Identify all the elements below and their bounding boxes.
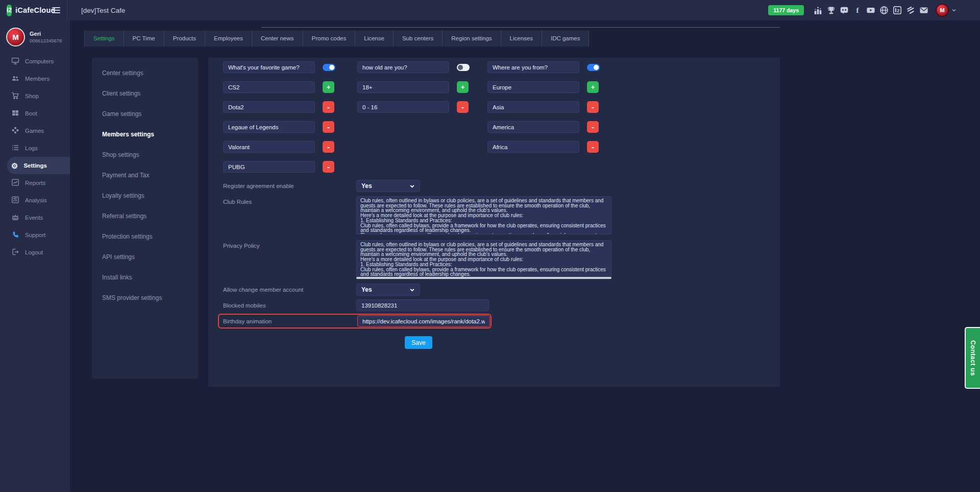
region-option-input[interactable] xyxy=(487,141,579,153)
privacy-policy-textarea[interactable] xyxy=(356,240,611,278)
trophy-icon[interactable] xyxy=(826,6,836,15)
favorite-game-question-input[interactable] xyxy=(223,61,315,73)
remove-option-button[interactable]: - xyxy=(457,101,469,113)
cart-icon xyxy=(11,91,19,101)
age-option-input[interactable] xyxy=(357,101,449,113)
sidebar-item-computers[interactable]: Computers xyxy=(0,53,70,70)
favorite-game-option-input[interactable] xyxy=(223,141,315,153)
subnav-protection-settings[interactable]: Protection settings xyxy=(92,226,198,247)
ranking-icon[interactable] xyxy=(813,6,822,15)
favorite-game-toggle[interactable] xyxy=(323,64,335,71)
youtube-icon[interactable] xyxy=(866,6,875,15)
age-toggle[interactable] xyxy=(457,64,470,71)
sidebar: M Geri 008612345678 Computers Members Sh… xyxy=(0,20,70,492)
region-question-input[interactable] xyxy=(487,61,579,73)
tab-employees[interactable]: Employees xyxy=(205,31,252,46)
subnav-payment-and-tax[interactable]: Payment and Tax xyxy=(92,165,198,185)
sidebar-item-reports[interactable]: Reports xyxy=(0,174,70,192)
sidebar-nav: Computers Members Shop Boot Games Logs ⚙… xyxy=(0,53,70,261)
sidebar-item-shop[interactable]: Shop xyxy=(0,87,70,105)
age-question-input[interactable] xyxy=(357,61,449,73)
icafecloud-icon[interactable]: 2 xyxy=(893,6,902,15)
register-agreement-label: Register agreement enable xyxy=(223,183,294,189)
mail-icon[interactable] xyxy=(919,6,928,15)
birthday-animation-label: Birthday animation xyxy=(223,318,272,324)
club-rules-textarea[interactable] xyxy=(356,196,611,235)
tab-promo-codes[interactable]: Promo codes xyxy=(303,31,355,46)
chevron-down-icon[interactable] xyxy=(951,8,957,13)
favorite-game-option-input[interactable] xyxy=(223,161,315,173)
sidebar-item-games[interactable]: Games xyxy=(0,122,70,139)
subnav-client-settings[interactable]: Client settings xyxy=(92,83,198,104)
remove-option-button[interactable]: - xyxy=(323,121,334,133)
app-logo[interactable]: i2 iCafeCloud xyxy=(0,5,49,16)
facebook-icon[interactable]: f xyxy=(853,6,862,15)
crown-icon xyxy=(11,213,19,222)
subnav-sms-provider-settings[interactable]: SMS provider settings xyxy=(92,288,198,308)
sidebar-item-logout[interactable]: Logout xyxy=(0,244,70,261)
license-days-badge[interactable]: 1177 days xyxy=(768,5,804,15)
sidebar-item-events[interactable]: Events xyxy=(0,209,70,226)
tab-idc-games[interactable]: IDC games xyxy=(542,31,590,46)
discord-icon[interactable] xyxy=(840,6,849,15)
subnav-api-settings[interactable]: API settings xyxy=(92,247,198,267)
subnav-referral-settings[interactable]: Referral settings xyxy=(92,206,198,226)
subnav-install-links[interactable]: Install links xyxy=(92,267,198,288)
sidebar-item-boot[interactable]: Boot xyxy=(0,105,70,122)
subnav-game-settings[interactable]: Game settings xyxy=(92,104,198,124)
subnav-members-settings[interactable]: Members settings xyxy=(92,124,198,145)
list-icon xyxy=(11,144,19,153)
add-option-button[interactable]: + xyxy=(323,81,334,93)
settings-subnav: Center settings Client settings Game set… xyxy=(92,58,198,379)
tab-products[interactable]: Products xyxy=(164,31,205,46)
remove-option-button[interactable]: - xyxy=(323,141,334,153)
tab-region-settings[interactable]: Region settings xyxy=(442,31,500,46)
region-option-input[interactable] xyxy=(487,121,579,133)
tab-sub-centers[interactable]: Sub centers xyxy=(393,31,442,46)
region-option-input[interactable] xyxy=(487,81,579,93)
favorite-game-option-input[interactable] xyxy=(223,101,315,113)
contact-us-tab[interactable]: Contact us xyxy=(965,327,980,389)
subnav-loyalty-settings[interactable]: Loyalty settings xyxy=(92,185,198,206)
remove-option-button[interactable]: - xyxy=(587,101,599,113)
age-option-input[interactable] xyxy=(357,81,449,93)
tab-center-news[interactable]: Center news xyxy=(252,31,303,46)
user-avatar[interactable]: M xyxy=(936,4,949,17)
brand-icon[interactable] xyxy=(906,6,915,15)
hamburger-menu-icon[interactable] xyxy=(50,5,62,15)
favorite-game-option-input[interactable] xyxy=(223,121,315,133)
favorite-game-option-input[interactable] xyxy=(223,81,315,93)
sidebar-item-members[interactable]: Members xyxy=(0,70,70,87)
allow-change-member-account-select[interactable]: Yes xyxy=(356,284,420,296)
add-option-button[interactable]: + xyxy=(587,81,599,93)
sidebar-item-settings[interactable]: ⚙ Settings xyxy=(7,157,70,174)
globe-icon[interactable] xyxy=(879,6,889,15)
remove-option-button[interactable]: - xyxy=(587,141,599,153)
register-agreement-select[interactable]: Yes xyxy=(356,180,420,192)
app-logo-text: iCafeCloud xyxy=(15,6,56,14)
tab-pc-time[interactable]: PC Time xyxy=(124,31,164,46)
blocked-mobiles-input[interactable] xyxy=(356,299,489,311)
privacy-policy-scrollbar[interactable] xyxy=(356,277,611,279)
save-button[interactable]: Save xyxy=(405,336,432,349)
subnav-shop-settings[interactable]: Shop settings xyxy=(92,145,198,165)
tab-license[interactable]: License xyxy=(355,31,393,46)
region-option-input[interactable] xyxy=(487,101,579,113)
subnav-center-settings[interactable]: Center settings xyxy=(92,63,198,83)
top-header: i2 iCafeCloud [dev]Test Cafe 1177 days f xyxy=(0,0,980,20)
tab-licenses[interactable]: Licenses xyxy=(501,31,542,46)
sidebar-item-logs[interactable]: Logs xyxy=(0,139,70,157)
sidebar-item-analysis[interactable]: Analysis xyxy=(0,192,70,209)
club-rules-label: Club Rules xyxy=(223,199,252,205)
region-toggle[interactable] xyxy=(587,64,600,71)
sidebar-item-support[interactable]: Support xyxy=(0,226,70,244)
logout-icon xyxy=(11,248,19,257)
birthday-animation-input[interactable] xyxy=(357,315,490,327)
add-option-button[interactable]: + xyxy=(457,81,469,93)
line-chart-icon xyxy=(11,178,19,188)
remove-option-button[interactable]: - xyxy=(323,161,334,173)
remove-option-button[interactable]: - xyxy=(323,101,334,113)
user-profile[interactable]: M Geri 008612345678 xyxy=(0,20,70,53)
tab-settings[interactable]: Settings xyxy=(84,31,124,46)
remove-option-button[interactable]: - xyxy=(587,121,599,133)
